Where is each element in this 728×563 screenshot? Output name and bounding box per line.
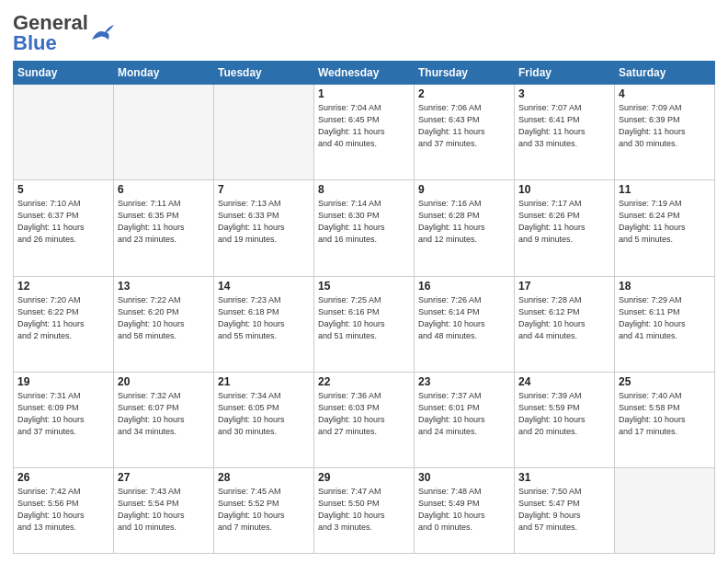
week-row-1: 1Sunrise: 7:04 AM Sunset: 6:45 PM Daylig… <box>14 85 715 180</box>
calendar-cell <box>615 468 715 554</box>
calendar-cell: 11Sunrise: 7:19 AM Sunset: 6:24 PM Dayli… <box>615 180 715 276</box>
day-number: 27 <box>118 471 210 484</box>
calendar-cell: 21Sunrise: 7:34 AM Sunset: 6:05 PM Dayli… <box>214 372 314 467</box>
week-row-2: 5Sunrise: 7:10 AM Sunset: 6:37 PM Daylig… <box>14 180 715 276</box>
calendar-cell: 27Sunrise: 7:43 AM Sunset: 5:54 PM Dayli… <box>114 468 214 554</box>
day-number: 21 <box>218 375 310 388</box>
calendar-cell: 10Sunrise: 7:17 AM Sunset: 6:26 PM Dayli… <box>515 180 615 276</box>
day-number: 11 <box>619 183 711 196</box>
calendar-cell: 19Sunrise: 7:31 AM Sunset: 6:09 PM Dayli… <box>14 372 114 467</box>
calendar-cell: 6Sunrise: 7:11 AM Sunset: 6:35 PM Daylig… <box>114 180 214 276</box>
day-info: Sunrise: 7:06 AM Sunset: 6:43 PM Dayligh… <box>418 102 510 150</box>
day-info: Sunrise: 7:34 AM Sunset: 6:05 PM Dayligh… <box>218 390 310 438</box>
day-info: Sunrise: 7:09 AM Sunset: 6:39 PM Dayligh… <box>619 102 711 150</box>
calendar-cell: 9Sunrise: 7:16 AM Sunset: 6:28 PM Daylig… <box>415 180 515 276</box>
day-info: Sunrise: 7:19 AM Sunset: 6:24 PM Dayligh… <box>619 198 711 246</box>
day-info: Sunrise: 7:50 AM Sunset: 5:47 PM Dayligh… <box>518 486 610 534</box>
day-number: 3 <box>518 87 610 100</box>
day-number: 28 <box>218 471 310 484</box>
calendar-cell: 17Sunrise: 7:28 AM Sunset: 6:12 PM Dayli… <box>515 276 615 372</box>
calendar-cell: 3Sunrise: 7:07 AM Sunset: 6:41 PM Daylig… <box>515 85 615 180</box>
weekday-monday: Monday <box>114 62 214 85</box>
day-info: Sunrise: 7:48 AM Sunset: 5:49 PM Dayligh… <box>418 486 510 534</box>
day-number: 26 <box>17 471 109 484</box>
day-number: 13 <box>118 280 210 293</box>
calendar-cell: 5Sunrise: 7:10 AM Sunset: 6:37 PM Daylig… <box>14 180 114 276</box>
header: General Blue <box>13 9 715 53</box>
day-number: 18 <box>619 280 711 293</box>
weekday-wednesday: Wednesday <box>314 62 415 85</box>
day-number: 22 <box>318 375 410 388</box>
day-info: Sunrise: 7:16 AM Sunset: 6:28 PM Dayligh… <box>418 198 510 246</box>
day-info: Sunrise: 7:04 AM Sunset: 6:45 PM Dayligh… <box>318 102 410 150</box>
calendar-cell: 8Sunrise: 7:14 AM Sunset: 6:30 PM Daylig… <box>314 180 415 276</box>
weekday-header-row: SundayMondayTuesdayWednesdayThursdayFrid… <box>14 62 715 85</box>
day-info: Sunrise: 7:37 AM Sunset: 6:01 PM Dayligh… <box>418 390 510 438</box>
day-info: Sunrise: 7:36 AM Sunset: 6:03 PM Dayligh… <box>318 390 410 438</box>
day-number: 6 <box>118 183 210 196</box>
day-number: 1 <box>318 87 410 100</box>
day-info: Sunrise: 7:32 AM Sunset: 6:07 PM Dayligh… <box>118 390 210 438</box>
calendar-table: SundayMondayTuesdayWednesdayThursdayFrid… <box>13 61 715 554</box>
logo: General Blue <box>13 13 116 53</box>
logo-blue: Blue <box>13 31 57 54</box>
calendar-cell: 30Sunrise: 7:48 AM Sunset: 5:49 PM Dayli… <box>415 468 515 554</box>
calendar-cell: 1Sunrise: 7:04 AM Sunset: 6:45 PM Daylig… <box>314 85 415 180</box>
week-row-4: 19Sunrise: 7:31 AM Sunset: 6:09 PM Dayli… <box>14 372 715 467</box>
week-row-3: 12Sunrise: 7:20 AM Sunset: 6:22 PM Dayli… <box>14 276 715 372</box>
day-info: Sunrise: 7:39 AM Sunset: 5:59 PM Dayligh… <box>518 390 610 438</box>
day-number: 12 <box>17 280 109 293</box>
calendar-cell: 31Sunrise: 7:50 AM Sunset: 5:47 PM Dayli… <box>515 468 615 554</box>
calendar-cell: 16Sunrise: 7:26 AM Sunset: 6:14 PM Dayli… <box>415 276 515 372</box>
day-info: Sunrise: 7:13 AM Sunset: 6:33 PM Dayligh… <box>218 198 310 246</box>
day-info: Sunrise: 7:11 AM Sunset: 6:35 PM Dayligh… <box>118 198 210 246</box>
day-info: Sunrise: 7:25 AM Sunset: 6:16 PM Dayligh… <box>318 294 410 342</box>
day-info: Sunrise: 7:07 AM Sunset: 6:41 PM Dayligh… <box>518 102 610 150</box>
calendar-cell: 7Sunrise: 7:13 AM Sunset: 6:33 PM Daylig… <box>214 180 314 276</box>
day-number: 16 <box>418 280 510 293</box>
day-info: Sunrise: 7:23 AM Sunset: 6:18 PM Dayligh… <box>218 294 310 342</box>
day-number: 5 <box>17 183 109 196</box>
calendar-cell: 23Sunrise: 7:37 AM Sunset: 6:01 PM Dayli… <box>415 372 515 467</box>
day-number: 7 <box>218 183 310 196</box>
weekday-saturday: Saturday <box>615 62 715 85</box>
weekday-thursday: Thursday <box>415 62 515 85</box>
day-info: Sunrise: 7:31 AM Sunset: 6:09 PM Dayligh… <box>17 390 109 438</box>
calendar-cell <box>14 85 114 180</box>
calendar-cell: 2Sunrise: 7:06 AM Sunset: 6:43 PM Daylig… <box>415 85 515 180</box>
day-number: 17 <box>518 280 610 293</box>
day-info: Sunrise: 7:42 AM Sunset: 5:56 PM Dayligh… <box>17 486 109 534</box>
day-info: Sunrise: 7:22 AM Sunset: 6:20 PM Dayligh… <box>118 294 210 342</box>
day-info: Sunrise: 7:20 AM Sunset: 6:22 PM Dayligh… <box>17 294 109 342</box>
day-info: Sunrise: 7:28 AM Sunset: 6:12 PM Dayligh… <box>518 294 610 342</box>
weekday-sunday: Sunday <box>14 62 114 85</box>
day-info: Sunrise: 7:17 AM Sunset: 6:26 PM Dayligh… <box>518 198 610 246</box>
calendar-cell <box>214 85 314 180</box>
weekday-friday: Friday <box>515 62 615 85</box>
day-number: 2 <box>418 87 510 100</box>
calendar-cell: 13Sunrise: 7:22 AM Sunset: 6:20 PM Dayli… <box>114 276 214 372</box>
day-number: 9 <box>418 183 510 196</box>
day-number: 19 <box>17 375 109 388</box>
day-number: 24 <box>518 375 610 388</box>
day-info: Sunrise: 7:45 AM Sunset: 5:52 PM Dayligh… <box>218 486 310 534</box>
calendar-cell: 15Sunrise: 7:25 AM Sunset: 6:16 PM Dayli… <box>314 276 415 372</box>
week-row-5: 26Sunrise: 7:42 AM Sunset: 5:56 PM Dayli… <box>14 468 715 554</box>
calendar-cell: 12Sunrise: 7:20 AM Sunset: 6:22 PM Dayli… <box>14 276 114 372</box>
calendar-cell: 18Sunrise: 7:29 AM Sunset: 6:11 PM Dayli… <box>615 276 715 372</box>
day-info: Sunrise: 7:47 AM Sunset: 5:50 PM Dayligh… <box>318 486 410 534</box>
calendar-cell: 29Sunrise: 7:47 AM Sunset: 5:50 PM Dayli… <box>314 468 415 554</box>
day-info: Sunrise: 7:29 AM Sunset: 6:11 PM Dayligh… <box>619 294 711 342</box>
page: General Blue SundayMondayTuesdayWednesda… <box>0 0 728 563</box>
calendar-cell: 25Sunrise: 7:40 AM Sunset: 5:58 PM Dayli… <box>615 372 715 467</box>
day-info: Sunrise: 7:40 AM Sunset: 5:58 PM Dayligh… <box>619 390 711 438</box>
calendar-cell: 24Sunrise: 7:39 AM Sunset: 5:59 PM Dayli… <box>515 372 615 467</box>
calendar-cell: 20Sunrise: 7:32 AM Sunset: 6:07 PM Dayli… <box>114 372 214 467</box>
day-info: Sunrise: 7:10 AM Sunset: 6:37 PM Dayligh… <box>17 198 109 246</box>
day-info: Sunrise: 7:14 AM Sunset: 6:30 PM Dayligh… <box>318 198 410 246</box>
day-number: 15 <box>318 280 410 293</box>
calendar-cell: 4Sunrise: 7:09 AM Sunset: 6:39 PM Daylig… <box>615 85 715 180</box>
day-info: Sunrise: 7:26 AM Sunset: 6:14 PM Dayligh… <box>418 294 510 342</box>
day-number: 25 <box>619 375 711 388</box>
calendar-cell: 28Sunrise: 7:45 AM Sunset: 5:52 PM Dayli… <box>214 468 314 554</box>
